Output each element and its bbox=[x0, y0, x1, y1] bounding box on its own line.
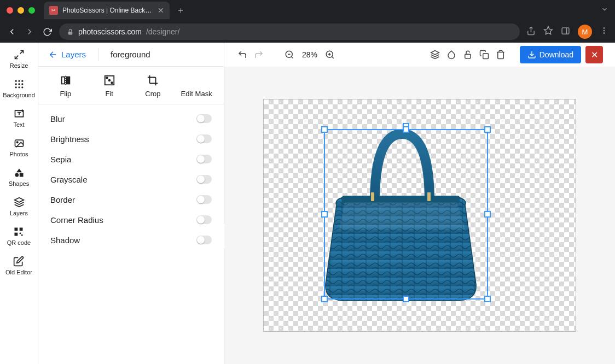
tool-edit-mask[interactable]: Edit Mask bbox=[175, 74, 218, 98]
zoom-out-button[interactable] bbox=[283, 49, 295, 61]
rail-text[interactable]: + Text bbox=[13, 108, 24, 128]
panel-icon[interactable] bbox=[561, 26, 570, 38]
lock-button[interactable] bbox=[462, 49, 474, 61]
svg-line-46 bbox=[332, 56, 333, 58]
svg-point-26 bbox=[15, 173, 19, 177]
handle-tm[interactable] bbox=[403, 126, 409, 133]
delete-button[interactable] bbox=[495, 49, 507, 61]
undo-button[interactable] bbox=[236, 49, 248, 61]
handle-mr[interactable] bbox=[484, 211, 491, 218]
fit-icon bbox=[103, 74, 115, 86]
rail-background[interactable]: Background bbox=[3, 79, 35, 98]
handle-br[interactable] bbox=[484, 296, 491, 302]
duplicate-button[interactable] bbox=[478, 49, 490, 61]
effect-blur: Blur bbox=[38, 109, 224, 129]
tool-fit[interactable]: Fit bbox=[88, 74, 131, 98]
toggle-shadow[interactable] bbox=[196, 236, 212, 244]
tool-flip[interactable]: Flip bbox=[44, 74, 88, 98]
redo-button[interactable] bbox=[253, 49, 265, 61]
svg-marker-25 bbox=[16, 169, 22, 173]
svg-line-9 bbox=[15, 56, 18, 59]
browser-tab[interactable]: ✂ PhotoScissors | Online Backgr... ✕ bbox=[44, 2, 170, 19]
handle-bm[interactable] bbox=[403, 296, 409, 302]
svg-rect-33 bbox=[21, 234, 23, 236]
rail-qrcode[interactable]: QR code bbox=[7, 226, 31, 246]
menu-icon[interactable] bbox=[600, 26, 608, 37]
svg-rect-50 bbox=[465, 54, 471, 58]
svg-rect-0 bbox=[68, 31, 73, 34]
zoom-in-button[interactable] bbox=[324, 49, 336, 61]
divider bbox=[98, 48, 98, 61]
svg-point-17 bbox=[18, 86, 20, 88]
flip-icon bbox=[60, 74, 72, 86]
tab-title: PhotoScissors | Online Backgr... bbox=[62, 7, 153, 14]
rail-layers[interactable]: Layers bbox=[10, 197, 28, 216]
svg-point-10 bbox=[15, 80, 16, 82]
star-icon[interactable] bbox=[543, 26, 553, 38]
svg-point-11 bbox=[18, 80, 20, 82]
back-to-layers[interactable]: Layers bbox=[38, 50, 96, 60]
tabs-dropdown-icon[interactable] bbox=[601, 5, 608, 15]
effect-brightness: Brightness bbox=[38, 129, 224, 149]
svg-point-13 bbox=[15, 83, 16, 85]
svg-rect-35 bbox=[62, 77, 65, 84]
toggle-corner-radius[interactable] bbox=[196, 215, 212, 224]
grid-icon bbox=[14, 79, 25, 90]
drop-button[interactable] bbox=[445, 49, 457, 61]
zoom-level: 28% bbox=[300, 50, 320, 59]
handle-tl[interactable] bbox=[321, 126, 328, 133]
toggle-sepia[interactable] bbox=[196, 155, 212, 163]
rail-shapes[interactable]: Shapes bbox=[9, 167, 29, 187]
close-button[interactable]: ✕ bbox=[585, 46, 603, 63]
handle-ml[interactable] bbox=[321, 211, 328, 218]
effect-corner-radius: Corner Radius bbox=[38, 210, 224, 230]
side-panel: Layers foreground Flip Fit Crop Edit Mas… bbox=[38, 43, 224, 364]
window-controls[interactable] bbox=[7, 7, 35, 14]
rail-resize[interactable]: Resize bbox=[10, 49, 28, 69]
svg-point-18 bbox=[21, 86, 23, 88]
svg-rect-37 bbox=[67, 77, 70, 84]
share-icon[interactable] bbox=[526, 26, 536, 38]
profile-avatar[interactable]: M bbox=[578, 25, 592, 39]
handle-tr[interactable] bbox=[484, 126, 491, 133]
svg-point-40 bbox=[108, 80, 110, 81]
rail-photos[interactable]: Photos bbox=[9, 138, 28, 157]
svg-point-41 bbox=[111, 82, 113, 84]
toggle-blur[interactable] bbox=[196, 114, 212, 123]
tool-crop[interactable]: Crop bbox=[131, 74, 175, 98]
toggle-border[interactable] bbox=[196, 195, 212, 204]
reload-icon[interactable] bbox=[42, 27, 53, 37]
svg-marker-49 bbox=[431, 51, 439, 55]
toggle-grayscale[interactable] bbox=[196, 175, 212, 184]
svg-rect-29 bbox=[15, 228, 18, 231]
handle-bl[interactable] bbox=[321, 296, 328, 302]
address-bar[interactable]: photoscissors.com/designer/ bbox=[59, 24, 520, 40]
back-icon[interactable] bbox=[7, 27, 18, 37]
download-button[interactable]: Download bbox=[520, 46, 581, 63]
svg-point-16 bbox=[15, 86, 16, 88]
svg-marker-2 bbox=[544, 27, 553, 34]
download-icon bbox=[527, 50, 536, 59]
new-tab-button[interactable]: ＋ bbox=[176, 5, 185, 16]
svg-rect-27 bbox=[19, 173, 23, 177]
svg-point-24 bbox=[16, 142, 18, 143]
svg-point-12 bbox=[21, 80, 23, 82]
layers-button[interactable] bbox=[429, 49, 441, 61]
artboard[interactable] bbox=[263, 99, 576, 332]
effect-grayscale: Grayscale bbox=[38, 169, 224, 190]
lock-icon bbox=[67, 28, 74, 36]
effects-list: Blur Brightness Sepia Grayscale Border C… bbox=[38, 104, 224, 255]
rail-old-editor[interactable]: Old Editor bbox=[5, 256, 32, 275]
effect-shadow: Shadow bbox=[38, 230, 224, 250]
toggle-brightness[interactable] bbox=[196, 134, 212, 143]
crop-icon bbox=[147, 74, 159, 86]
svg-point-14 bbox=[18, 83, 20, 85]
svg-text:+: + bbox=[21, 109, 24, 112]
svg-rect-31 bbox=[15, 233, 18, 236]
url-path: /designer/ bbox=[146, 27, 179, 36]
forward-icon bbox=[24, 27, 35, 37]
svg-rect-32 bbox=[20, 233, 21, 234]
selection-box[interactable] bbox=[324, 129, 488, 300]
close-tab-icon[interactable]: ✕ bbox=[158, 6, 164, 15]
canvas[interactable] bbox=[224, 67, 615, 364]
